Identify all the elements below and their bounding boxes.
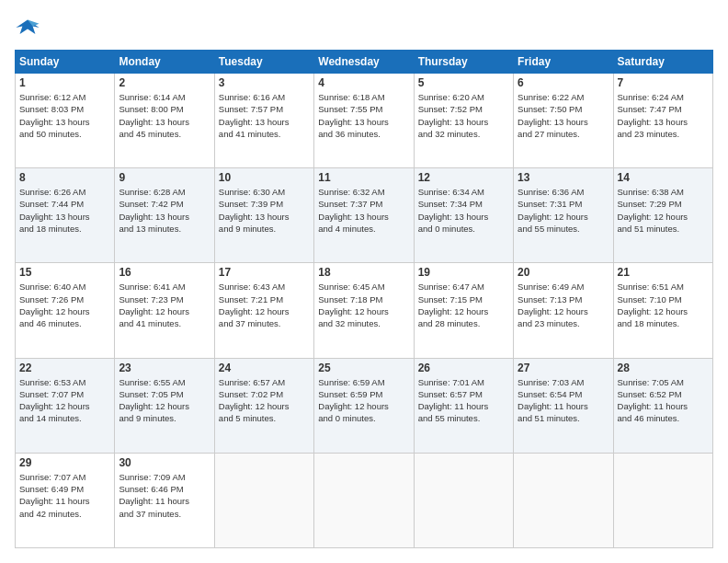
calendar-cell: 3Sunrise: 6:16 AMSunset: 7:57 PMDaylight… — [214, 74, 313, 168]
day-info-line: and 41 minutes. — [219, 129, 281, 139]
day-info-line: Daylight: 12 hours — [318, 401, 389, 411]
day-info-line: Sunrise: 6:38 AM — [618, 187, 684, 197]
day-info-line: and 37 minutes. — [219, 318, 281, 328]
day-number: 21 — [618, 266, 709, 279]
day-number: 7 — [618, 76, 709, 89]
calendar-cell: 27Sunrise: 7:03 AMSunset: 6:54 PMDayligh… — [514, 358, 613, 453]
calendar-cell: 30Sunrise: 7:09 AMSunset: 6:46 PMDayligh… — [115, 453, 214, 547]
day-info: Sunrise: 7:05 AMSunset: 6:52 PMDaylight:… — [618, 376, 709, 425]
day-info-line: Sunrise: 7:07 AM — [19, 472, 85, 482]
day-info: Sunrise: 6:16 AMSunset: 7:57 PMDaylight:… — [219, 91, 310, 140]
day-info-line: Daylight: 12 hours — [618, 306, 688, 316]
day-number: 9 — [119, 171, 210, 184]
day-info-line: Sunset: 7:29 PM — [618, 199, 682, 209]
day-info-line: and 45 minutes. — [119, 129, 181, 139]
calendar-cell: 28Sunrise: 7:05 AMSunset: 6:52 PMDayligh… — [613, 358, 712, 453]
day-info-line: Sunset: 7:50 PM — [518, 104, 582, 114]
day-info-line: Sunset: 7:42 PM — [119, 199, 183, 209]
calendar-cell: 14Sunrise: 6:38 AMSunset: 7:29 PMDayligh… — [613, 168, 712, 263]
calendar-cell: 22Sunrise: 6:53 AMSunset: 7:07 PMDayligh… — [16, 358, 115, 453]
calendar-cell — [514, 453, 613, 547]
day-info-line: Daylight: 13 hours — [418, 212, 489, 222]
day-number: 25 — [318, 362, 409, 374]
day-info: Sunrise: 7:03 AMSunset: 6:54 PMDaylight:… — [518, 376, 609, 425]
day-info-line: Sunset: 7:13 PM — [518, 294, 582, 304]
day-info-line: Daylight: 12 hours — [19, 306, 90, 316]
day-info-line: Daylight: 12 hours — [318, 306, 389, 316]
calendar-week-4: 22Sunrise: 6:53 AMSunset: 7:07 PMDayligh… — [16, 358, 713, 453]
day-info-line: Sunset: 7:07 PM — [19, 389, 84, 399]
day-info-line: Daylight: 13 hours — [518, 117, 588, 127]
day-info: Sunrise: 6:53 AMSunset: 7:07 PMDaylight:… — [19, 376, 110, 425]
day-info-line: Sunset: 6:59 PM — [318, 389, 382, 399]
day-info: Sunrise: 7:09 AMSunset: 6:46 PMDaylight:… — [119, 471, 210, 520]
day-info-line: and 51 minutes. — [618, 224, 680, 234]
day-number: 13 — [518, 171, 609, 184]
calendar-cell: 13Sunrise: 6:36 AMSunset: 7:31 PMDayligh… — [514, 168, 613, 263]
day-info-line: Sunrise: 6:32 AM — [318, 187, 384, 197]
day-number: 18 — [318, 266, 409, 279]
calendar-cell: 4Sunrise: 6:18 AMSunset: 7:55 PMDaylight… — [314, 74, 414, 168]
day-info-line: and 46 minutes. — [19, 318, 82, 328]
calendar-week-3: 15Sunrise: 6:40 AMSunset: 7:26 PMDayligh… — [16, 263, 713, 358]
header — [15, 15, 713, 40]
day-number: 28 — [618, 362, 709, 374]
calendar-cell: 24Sunrise: 6:57 AMSunset: 7:02 PMDayligh… — [214, 358, 313, 453]
logo-icon — [15, 15, 40, 40]
day-info-line: and 41 minutes. — [119, 318, 181, 328]
day-info-line: Sunset: 7:52 PM — [418, 104, 483, 114]
day-info-line: and 42 minutes. — [19, 509, 82, 519]
day-info-line: and 0 minutes. — [318, 413, 375, 423]
calendar-cell: 29Sunrise: 7:07 AMSunset: 6:49 PMDayligh… — [16, 453, 115, 547]
day-info-line: Sunrise: 6:14 AM — [119, 92, 185, 102]
day-info-line: and 23 minutes. — [618, 129, 680, 139]
day-info: Sunrise: 6:57 AMSunset: 7:02 PMDaylight:… — [219, 376, 310, 425]
logo — [15, 15, 44, 40]
day-number: 1 — [19, 76, 110, 89]
day-info-line: Sunrise: 6:59 AM — [318, 377, 384, 387]
day-info-line: Sunrise: 7:01 AM — [418, 377, 484, 387]
calendar-cell: 18Sunrise: 6:45 AMSunset: 7:18 PMDayligh… — [314, 263, 414, 358]
day-info-line: and 5 minutes. — [219, 413, 276, 423]
day-info-line: Sunset: 7:31 PM — [518, 199, 582, 209]
day-number: 27 — [518, 362, 609, 374]
day-info-line: Sunrise: 6:57 AM — [219, 377, 285, 387]
day-info: Sunrise: 6:41 AMSunset: 7:23 PMDaylight:… — [119, 281, 210, 329]
day-number: 3 — [219, 76, 310, 89]
day-info-line: Sunrise: 6:43 AM — [219, 282, 285, 292]
day-info-line: and 28 minutes. — [418, 318, 481, 328]
calendar-cell: 19Sunrise: 6:47 AMSunset: 7:15 PMDayligh… — [414, 263, 513, 358]
day-info-line: Sunset: 7:23 PM — [119, 294, 183, 304]
calendar-cell: 25Sunrise: 6:59 AMSunset: 6:59 PMDayligh… — [314, 358, 414, 453]
day-info-line: Daylight: 12 hours — [418, 306, 489, 316]
day-info-line: Sunrise: 6:36 AM — [518, 187, 584, 197]
day-info-line: and 9 minutes. — [219, 224, 276, 234]
day-number: 23 — [119, 362, 210, 374]
calendar-cell: 16Sunrise: 6:41 AMSunset: 7:23 PMDayligh… — [115, 263, 214, 358]
day-info-line: Sunrise: 7:05 AM — [618, 377, 684, 387]
day-info: Sunrise: 6:36 AMSunset: 7:31 PMDaylight:… — [518, 186, 609, 235]
day-info-line: and 14 minutes. — [19, 413, 82, 423]
day-info-line: Sunrise: 6:55 AM — [119, 377, 185, 387]
day-number: 5 — [418, 76, 509, 89]
day-info: Sunrise: 6:40 AMSunset: 7:26 PMDaylight:… — [19, 281, 110, 329]
day-info-line: Sunrise: 6:18 AM — [318, 92, 384, 102]
day-info: Sunrise: 6:49 AMSunset: 7:13 PMDaylight:… — [518, 281, 609, 329]
day-info-line: Sunset: 7:44 PM — [19, 199, 84, 209]
day-info-line: Sunset: 7:21 PM — [219, 294, 283, 304]
day-info-line: Sunrise: 6:26 AM — [19, 187, 85, 197]
day-info-line: Sunrise: 6:45 AM — [318, 282, 384, 292]
day-number: 4 — [318, 76, 409, 89]
day-number: 12 — [418, 171, 509, 184]
day-info: Sunrise: 7:07 AMSunset: 6:49 PMDaylight:… — [19, 471, 110, 520]
day-info-line: Daylight: 13 hours — [318, 117, 389, 127]
day-info-line: Sunrise: 6:24 AM — [618, 92, 684, 102]
calendar-cell: 15Sunrise: 6:40 AMSunset: 7:26 PMDayligh… — [16, 263, 115, 358]
weekday-header-wednesday: Wednesday — [314, 51, 414, 74]
day-number: 29 — [19, 456, 110, 469]
day-info-line: Daylight: 12 hours — [518, 306, 588, 316]
day-info-line: Daylight: 12 hours — [618, 212, 688, 222]
weekday-header-thursday: Thursday — [414, 51, 513, 74]
day-info: Sunrise: 6:47 AMSunset: 7:15 PMDaylight:… — [418, 281, 509, 329]
svg-marker-0 — [16, 20, 39, 34]
